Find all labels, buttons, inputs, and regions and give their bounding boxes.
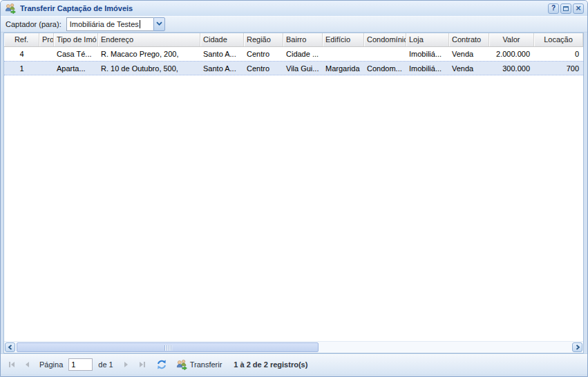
transfer-window: Transferir Captação de Imóveis ? × Capta… bbox=[0, 0, 588, 377]
grid-cell[interactable]: Aparta... bbox=[54, 64, 98, 73]
scroll-right-button[interactable] bbox=[572, 342, 582, 352]
column-header[interactable]: Locação bbox=[534, 33, 583, 47]
scroll-left-button[interactable] bbox=[5, 342, 15, 352]
window-tools: ? × bbox=[548, 3, 584, 14]
grid-cell[interactable]: 700 bbox=[534, 64, 583, 73]
grid-cell[interactable]: Cidade ... bbox=[283, 50, 323, 58]
grid-cell[interactable]: Imobiliá... bbox=[406, 64, 449, 73]
close-icon: × bbox=[576, 4, 581, 12]
previous-page-icon bbox=[22, 360, 32, 369]
grid-cell[interactable]: 4 bbox=[4, 50, 39, 58]
window-titlebar[interactable]: Transferir Captação de Imóveis ? × bbox=[1, 1, 587, 16]
horizontal-scrollbar[interactable] bbox=[4, 341, 583, 353]
grid-cell[interactable]: 1 bbox=[4, 64, 39, 73]
first-page-button[interactable] bbox=[6, 359, 17, 370]
page-label: Página bbox=[39, 360, 63, 369]
page-of-label: de 1 bbox=[98, 360, 113, 369]
grid-cell[interactable]: 0 bbox=[534, 50, 583, 58]
captador-label: Captador (para): bbox=[6, 20, 61, 28]
column-header[interactable]: Loja bbox=[406, 33, 449, 47]
page-number-input[interactable] bbox=[68, 358, 93, 371]
first-page-icon bbox=[7, 360, 17, 369]
column-header[interactable]: Ref. bbox=[4, 33, 39, 47]
combobox-dropdown-button[interactable] bbox=[153, 17, 165, 31]
scrollbar-thumb[interactable] bbox=[17, 342, 319, 352]
properties-grid: Ref.PropTipo de ImóEndereçoCidadeRegiãoB… bbox=[3, 33, 584, 353]
records-status: 1 à 2 de 2 registro(s) bbox=[234, 360, 307, 369]
column-header[interactable]: Bairro bbox=[283, 33, 323, 47]
grid-row[interactable]: 1Aparta...R. 10 de Outubro, 500,Santo A.… bbox=[4, 61, 583, 75]
window-title: Transferir Captação de Imóveis bbox=[20, 4, 548, 12]
transfer-button[interactable]: Transferir bbox=[174, 358, 225, 371]
grid-cell[interactable]: Condom... bbox=[364, 64, 406, 73]
transfer-button-label: Transferir bbox=[190, 360, 222, 369]
paging-toolbar: Página de 1 bbox=[1, 353, 587, 374]
grid-cell[interactable]: Casa Té... bbox=[54, 50, 98, 58]
maximize-icon bbox=[563, 6, 569, 11]
refresh-button[interactable] bbox=[156, 359, 167, 370]
refresh-icon bbox=[156, 359, 167, 370]
window-bottom-edge bbox=[1, 374, 587, 376]
grid-body: 4Casa Té...R. Macaco Prego, 200,Santo A.… bbox=[4, 47, 583, 341]
close-button[interactable]: × bbox=[573, 3, 584, 14]
grid-cell[interactable]: Centro bbox=[244, 50, 283, 58]
captador-value: Imobiliária de Testes bbox=[70, 20, 139, 28]
grid-cell[interactable]: Santo A... bbox=[200, 50, 244, 58]
grid-header: Ref.PropTipo de ImóEndereçoCidadeRegiãoB… bbox=[4, 33, 583, 47]
column-header[interactable]: Valor bbox=[489, 33, 534, 47]
next-page-icon bbox=[121, 360, 131, 369]
column-header[interactable]: Condomínio bbox=[364, 33, 406, 47]
text-caret bbox=[140, 20, 140, 28]
grid-cell[interactable]: Venda bbox=[449, 64, 489, 73]
captador-combobox: Imobiliária de Testes bbox=[66, 17, 165, 31]
chevron-right-icon bbox=[575, 344, 580, 350]
help-button[interactable]: ? bbox=[548, 3, 559, 14]
grid-cell[interactable]: Vila Gui... bbox=[283, 64, 323, 73]
maximize-button[interactable] bbox=[560, 3, 571, 14]
grid-cell[interactable]: 300.000 bbox=[489, 64, 534, 73]
grid-cell[interactable]: R. 10 de Outubro, 500, bbox=[98, 64, 200, 73]
group-transfer-icon bbox=[5, 3, 16, 14]
scrollbar-grip bbox=[164, 345, 172, 351]
captador-toolbar: Captador (para): Imobiliária de Testes bbox=[1, 16, 587, 33]
grid-cell[interactable]: Margarida bbox=[323, 64, 364, 73]
chevron-down-icon bbox=[156, 21, 162, 26]
column-header[interactable]: Edifício bbox=[323, 33, 364, 47]
column-header[interactable]: Contrato bbox=[449, 33, 489, 47]
last-page-icon bbox=[137, 360, 147, 369]
grid-cell[interactable]: Centro bbox=[244, 64, 283, 73]
grid-cell[interactable]: Imobiliá... bbox=[406, 50, 449, 58]
group-transfer-icon bbox=[176, 359, 187, 370]
previous-page-button[interactable] bbox=[21, 359, 32, 370]
column-header[interactable]: Cidade bbox=[200, 33, 244, 47]
help-icon: ? bbox=[551, 5, 556, 12]
grid-cell[interactable]: 2.000.000 bbox=[489, 50, 534, 58]
column-header[interactable]: Endereço bbox=[98, 33, 200, 47]
next-page-button[interactable] bbox=[120, 359, 131, 370]
column-header[interactable]: Prop bbox=[39, 33, 54, 47]
grid-cell[interactable]: R. Macaco Prego, 200, bbox=[98, 50, 200, 58]
grid-cell[interactable]: Santo A... bbox=[200, 64, 244, 73]
column-header[interactable]: Região bbox=[244, 33, 283, 47]
column-header[interactable]: Tipo de Imó bbox=[54, 33, 98, 47]
grid-row[interactable]: 4Casa Té...R. Macaco Prego, 200,Santo A.… bbox=[4, 47, 583, 62]
chevron-left-icon bbox=[8, 344, 13, 350]
captador-input[interactable]: Imobiliária de Testes bbox=[66, 17, 153, 31]
grid-cell[interactable]: Venda bbox=[449, 50, 489, 58]
last-page-button[interactable] bbox=[137, 359, 148, 370]
